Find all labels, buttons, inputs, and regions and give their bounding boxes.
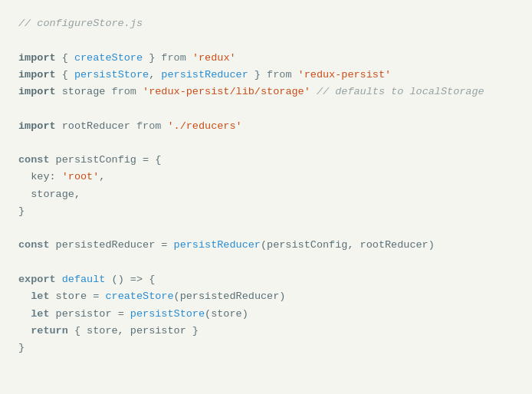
line-storage: storage, xyxy=(18,186,514,203)
line-closebrace1: } xyxy=(18,203,514,220)
line-const1: const persistConfig = { xyxy=(18,152,514,169)
line-import1: import { createStore } from 'redux' xyxy=(18,50,514,67)
line-persisted: const persistedReducer = persistReducer(… xyxy=(18,237,514,254)
line-import2: import { persistStore, persistReducer } … xyxy=(18,67,514,84)
line-export: export default () => { xyxy=(18,271,514,288)
line-key: key: 'root', xyxy=(18,169,514,186)
line-letpersistor: let persistor = persistStore(store) xyxy=(18,306,514,323)
code-editor: // configureStore.js import { createStor… xyxy=(0,0,532,394)
line-letstore: let store = createStore(persistedReducer… xyxy=(18,288,514,305)
line-import4: import rootReducer from './reducers' xyxy=(18,118,514,135)
line-comment: // configureStore.js xyxy=(18,15,514,32)
line-import3: import storage from 'redux-persist/lib/s… xyxy=(18,84,514,100)
line-return: return { store, persistor } xyxy=(18,323,514,340)
line-closebrace2: } xyxy=(18,340,514,356)
